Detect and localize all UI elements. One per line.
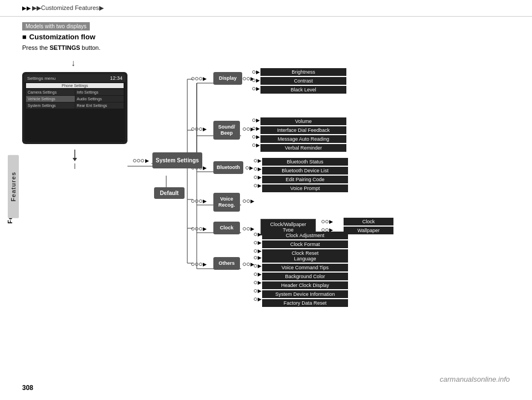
screen-grid: Camera Settings Info Settings Vehicle Se… xyxy=(24,89,125,109)
verbal-reminder-item: Verbal Reminder xyxy=(260,144,346,152)
screen-title: Settings menu xyxy=(27,76,55,81)
connector-system: ▶ xyxy=(133,158,150,163)
connector-clock: ▶ xyxy=(191,226,207,232)
volume-item: Volume xyxy=(260,117,346,125)
header: ▶▶ ▶▶Customized Features▶ xyxy=(0,0,532,17)
down-arrow-indicator: ↓ xyxy=(71,58,75,68)
header-breadcrumb: ▶▶Customized Features▶ xyxy=(32,4,104,12)
connector-others-right: ▶ xyxy=(243,261,254,267)
voice-command-tips-item: Voice Command Tips xyxy=(262,264,348,271)
svg-marker-1 xyxy=(73,158,77,161)
bluetooth-subitems: Bluetooth Status Bluetooth Device List E… xyxy=(262,158,348,192)
connector-bluetooth: ▶ xyxy=(191,165,207,171)
connector-display: ▶ xyxy=(191,76,207,81)
connector-bluetooth-right: ▶ xyxy=(245,165,253,171)
screen-item: Audio Settings xyxy=(75,96,124,102)
circle-2 xyxy=(137,159,140,162)
screen-item-selected: Vehicle Settings xyxy=(26,96,75,102)
others-arrows: ▶ ▶ ▶ ▶ ▶ ▶ xyxy=(254,255,262,302)
clock-type-subitems: Clock Wallpaper xyxy=(344,218,393,234)
clock-item: Clock xyxy=(344,218,393,225)
default-box: Default xyxy=(154,187,185,199)
edit-pairing-item: Edit Pairing Code xyxy=(262,176,348,183)
diagram: ↓ Settings menu 12:34 Phone Settings Cam… xyxy=(22,55,499,338)
language-item: Language xyxy=(262,255,348,263)
clock-arrows: ▶ ▶ ▶ xyxy=(254,232,262,254)
screen-header: Settings menu 12:34 xyxy=(24,74,125,82)
display-subitems: Brightness Contrast Black Level xyxy=(260,68,346,94)
circle-1 xyxy=(133,159,136,162)
connector-sound: ▶ xyxy=(191,126,207,132)
connector-clock-right: ▶ xyxy=(243,226,254,232)
interface-dial-item: Interface Dial Feedback xyxy=(260,126,346,134)
screen-time: 12:34 xyxy=(110,75,122,81)
sound-box: Sound/Beep xyxy=(213,121,240,140)
press-text: Press the SETTINGS button. xyxy=(22,44,510,51)
sound-arrows: ▶ ▶ ▶ ▶ xyxy=(252,117,260,148)
black-level-item: Black Level xyxy=(260,86,346,94)
header-arrow: ▶▶ xyxy=(22,5,31,11)
bluetooth-status-item: Bluetooth Status xyxy=(262,158,348,166)
section-title: Customization flow xyxy=(22,33,510,41)
clock-subitems: Clock Adjustment Clock Format Clock Rese… xyxy=(262,232,348,257)
bluetooth-box: Bluetooth xyxy=(213,161,243,174)
phone-settings-bar: Phone Settings xyxy=(26,83,124,88)
screen-item: System Settings xyxy=(26,102,75,109)
brightness-item: Brightness xyxy=(260,68,346,76)
models-label: Models with two displays xyxy=(22,22,90,30)
background-color-item: Background Color xyxy=(262,273,348,280)
screen-item: Rear Ent Settings xyxy=(75,102,124,109)
wallpaper-item: Wallpaper xyxy=(344,227,393,234)
connector-voice-right: ▶ xyxy=(243,198,254,204)
sidebar-features-label: Features xyxy=(8,155,19,218)
connector-others: ▶ xyxy=(191,261,207,267)
factory-data-reset-item: Factory Data Reset xyxy=(262,299,348,307)
sound-subitems: Volume Interface Dial Feedback Message A… xyxy=(260,117,346,152)
message-auto-item: Message Auto Reading xyxy=(260,135,346,143)
clock-adjustment-item: Clock Adjustment xyxy=(262,232,348,239)
voice-prompt-item: Voice Prompt xyxy=(262,184,348,192)
display-arrows: ▶ ▶ ▶ xyxy=(252,69,260,91)
clock-format-item: Clock Format xyxy=(262,240,348,248)
screen-mockup: Settings menu 12:34 Phone Settings Camer… xyxy=(22,72,127,144)
clock-box: Clock xyxy=(213,222,240,234)
page-number: 308 xyxy=(22,384,33,392)
circle-3 xyxy=(141,159,144,162)
connector-voice: ▶ xyxy=(191,198,207,204)
screen-inner: Settings menu 12:34 Phone Settings Camer… xyxy=(24,74,125,142)
display-box: Display xyxy=(213,72,242,85)
screen-item: Camera Settings xyxy=(26,89,75,95)
settings-bold: SETTINGS xyxy=(50,44,80,51)
others-box: Others xyxy=(213,257,240,270)
bluetooth-device-list-item: Bluetooth Device List xyxy=(262,167,348,175)
header-clock-display-item: Header Clock Display xyxy=(262,281,348,289)
voice-box: VoiceRecog. xyxy=(213,193,240,212)
watermark: carmanualsonline.info xyxy=(440,375,510,383)
screen-item: Info Settings xyxy=(75,89,124,95)
others-subitems: Language Voice Command Tips Background C… xyxy=(262,255,348,307)
clock-type-connectors: ▶ ▶ xyxy=(321,219,333,233)
bluetooth-arrows: ▶ ▶ ▶ ▶ xyxy=(254,158,262,188)
system-device-info-item: System Device Information xyxy=(262,290,348,298)
main-content: Models with two displays Customization f… xyxy=(0,17,532,343)
contrast-item: Contrast xyxy=(260,77,346,85)
